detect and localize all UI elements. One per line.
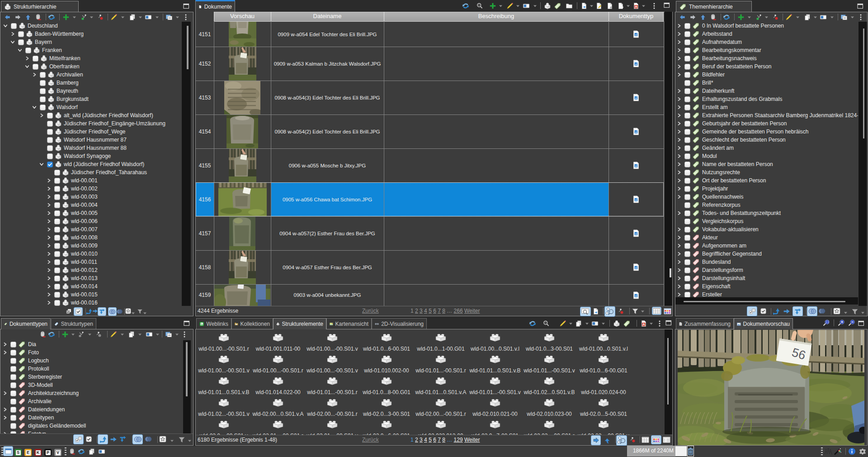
svg-text:A: A	[635, 5, 637, 8]
svg-text:A: A	[642, 323, 645, 326]
